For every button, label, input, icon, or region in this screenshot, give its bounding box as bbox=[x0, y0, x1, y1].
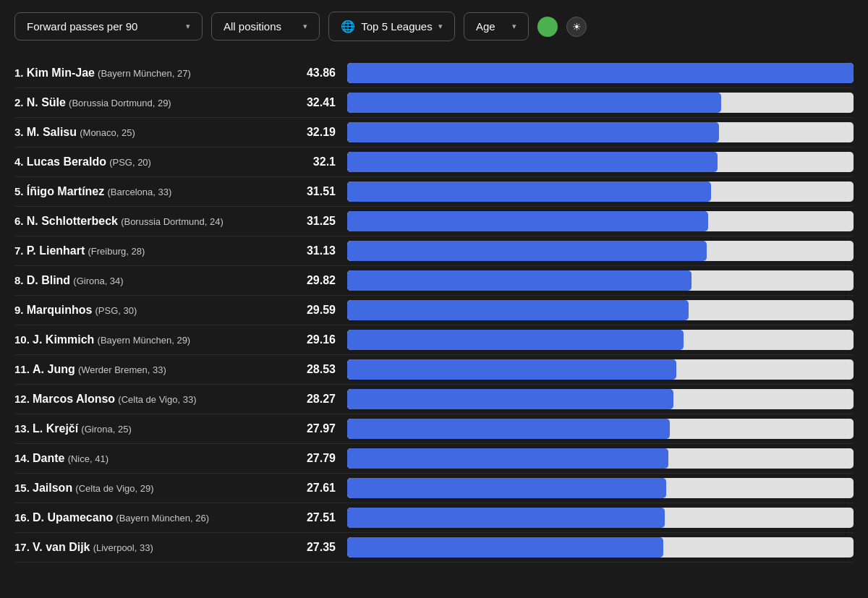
player-rank-name: 11. A. Jung (Werder Bremen, 33) bbox=[14, 363, 289, 376]
leagues-label: Top 5 Leagues bbox=[361, 20, 432, 33]
leagues-flag: 🌐 bbox=[341, 20, 355, 33]
player-name: L. Krejčí bbox=[33, 422, 78, 435]
player-name: D. Blind bbox=[27, 274, 70, 286]
bar-fill bbox=[347, 93, 721, 113]
theme-toggle-button[interactable]: ☀ bbox=[566, 17, 587, 37]
player-value: 29.82 bbox=[289, 274, 347, 287]
age-chevron: ▾ bbox=[512, 22, 516, 31]
bar-container bbox=[347, 122, 854, 142]
table-row: 16. D. Upamecano (Bayern München, 26) 27… bbox=[14, 503, 854, 533]
player-value: 32.1 bbox=[289, 155, 347, 168]
player-value: 32.41 bbox=[289, 96, 347, 109]
player-name: P. Lienhart bbox=[27, 244, 85, 257]
player-meta: (Freiburg, 28) bbox=[88, 246, 145, 257]
player-name: A. Jung bbox=[33, 363, 75, 375]
player-name: Jailson bbox=[33, 482, 72, 494]
player-value: 27.97 bbox=[289, 422, 347, 435]
bar-container bbox=[347, 389, 854, 409]
green-dot-button[interactable] bbox=[537, 17, 558, 37]
player-value: 27.61 bbox=[289, 482, 347, 495]
table-row: 2. N. Süle (Borussia Dortmund, 29) 32.41 bbox=[14, 88, 854, 118]
player-value: 43.86 bbox=[289, 67, 347, 80]
bar-fill bbox=[347, 181, 711, 202]
player-value: 27.51 bbox=[289, 511, 347, 524]
player-rank-name: 5. Íñigo Martínez (Barcelona, 33) bbox=[14, 185, 289, 198]
rank-number: 2. bbox=[14, 96, 27, 108]
player-value: 27.79 bbox=[289, 452, 347, 465]
player-name: Kim Min-Jae bbox=[27, 67, 95, 79]
player-rank-name: 17. V. van Dijk (Liverpool, 33) bbox=[14, 541, 289, 554]
player-meta: (Girona, 34) bbox=[73, 275, 123, 286]
rank-number: 10. bbox=[14, 333, 33, 346]
player-name: N. Schlotterbeck bbox=[27, 215, 118, 227]
age-dropdown[interactable]: Age ▾ bbox=[464, 12, 529, 40]
player-name: Lucas Beraldo bbox=[27, 155, 106, 168]
header: Forward passes per 90 ▾ All positions ▾ … bbox=[0, 0, 868, 53]
player-value: 31.25 bbox=[289, 215, 347, 228]
player-value: 29.59 bbox=[289, 304, 347, 317]
player-value: 32.19 bbox=[289, 126, 347, 139]
player-name: Íñigo Martínez bbox=[27, 185, 105, 197]
table-row: 4. Lucas Beraldo (PSG, 20) 32.1 bbox=[14, 148, 854, 177]
bar-fill bbox=[347, 508, 665, 528]
player-rank-name: 9. Marquinhos (PSG, 30) bbox=[14, 304, 289, 317]
content-area: 1. Kim Min-Jae (Bayern München, 27) 43.8… bbox=[0, 53, 868, 577]
bar-fill bbox=[347, 478, 666, 498]
table-row: 3. M. Salisu (Monaco, 25) 32.19 bbox=[14, 118, 854, 148]
player-meta: (PSG, 30) bbox=[95, 305, 137, 316]
player-meta: (Celta de Vigo, 29) bbox=[75, 483, 153, 494]
player-value: 29.16 bbox=[289, 333, 347, 346]
player-meta: (Werder Bremen, 33) bbox=[78, 364, 166, 375]
player-name: M. Salisu bbox=[27, 126, 77, 138]
rank-number: 7. bbox=[14, 244, 27, 257]
rank-number: 3. bbox=[14, 126, 27, 138]
rank-number: 6. bbox=[14, 215, 27, 227]
player-meta: (Borussia Dortmund, 29) bbox=[69, 98, 171, 108]
bar-fill bbox=[347, 122, 719, 142]
player-rank-name: 10. J. Kimmich (Bayern München, 29) bbox=[14, 333, 289, 346]
metric-dropdown[interactable]: Forward passes per 90 ▾ bbox=[14, 12, 203, 40]
positions-label: All positions bbox=[224, 20, 281, 33]
age-label: Age bbox=[476, 20, 495, 33]
table-row: 13. L. Krejčí (Girona, 25) 27.97 bbox=[14, 414, 854, 444]
bar-fill bbox=[347, 211, 708, 231]
bar-container bbox=[347, 419, 854, 439]
rank-number: 17. bbox=[14, 541, 33, 553]
table-row: 17. V. van Dijk (Liverpool, 33) 27.35 bbox=[14, 533, 854, 563]
player-rank-name: 12. Marcos Alonso (Celta de Vigo, 33) bbox=[14, 393, 289, 406]
table-row: 8. D. Blind (Girona, 34) 29.82 bbox=[14, 266, 854, 296]
player-value: 31.13 bbox=[289, 244, 347, 257]
table-row: 11. A. Jung (Werder Bremen, 33) 28.53 bbox=[14, 355, 854, 385]
bar-container bbox=[347, 270, 854, 291]
bar-fill bbox=[347, 389, 673, 409]
table-row: 14. Dante (Nice, 41) 27.79 bbox=[14, 444, 854, 474]
bar-container bbox=[347, 300, 854, 320]
player-meta: (Liverpool, 33) bbox=[93, 542, 153, 553]
player-meta: (Bayern München, 27) bbox=[98, 68, 191, 79]
bar-fill bbox=[347, 359, 676, 380]
leagues-dropdown[interactable]: 🌐 Top 5 Leagues ▾ bbox=[328, 12, 455, 41]
bar-container bbox=[347, 508, 854, 528]
player-meta: (Monaco, 25) bbox=[80, 127, 135, 138]
bar-container bbox=[347, 181, 854, 202]
player-meta: (PSG, 20) bbox=[109, 157, 151, 168]
player-name: J. Kimmich bbox=[33, 333, 94, 346]
player-meta: (Girona, 25) bbox=[81, 424, 131, 435]
table-row: 7. P. Lienhart (Freiburg, 28) 31.13 bbox=[14, 236, 854, 266]
player-rank-name: 8. D. Blind (Girona, 34) bbox=[14, 274, 289, 287]
leagues-chevron: ▾ bbox=[438, 22, 443, 31]
bar-fill bbox=[347, 152, 718, 172]
bar-container bbox=[347, 241, 854, 261]
bar-container bbox=[347, 63, 854, 83]
positions-dropdown[interactable]: All positions ▾ bbox=[211, 12, 320, 40]
metric-chevron: ▾ bbox=[186, 22, 190, 31]
bar-container bbox=[347, 448, 854, 469]
rank-number: 1. bbox=[14, 67, 27, 79]
table-row: 9. Marquinhos (PSG, 30) 29.59 bbox=[14, 296, 854, 325]
rank-number: 11. bbox=[14, 363, 33, 375]
player-rank-name: 14. Dante (Nice, 41) bbox=[14, 452, 289, 465]
bar-container bbox=[347, 211, 854, 231]
player-value: 31.51 bbox=[289, 185, 347, 198]
player-name: Marcos Alonso bbox=[33, 393, 115, 405]
player-rank-name: 2. N. Süle (Borussia Dortmund, 29) bbox=[14, 96, 289, 109]
